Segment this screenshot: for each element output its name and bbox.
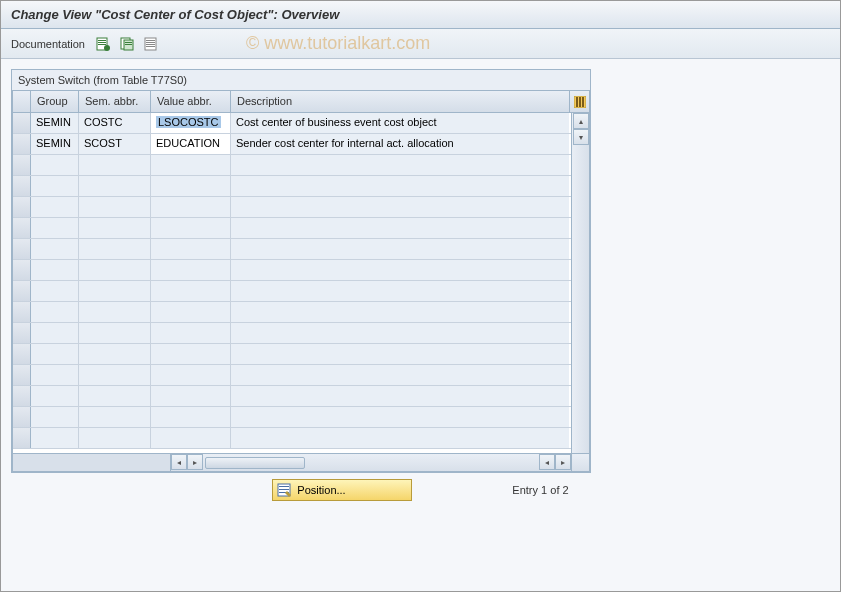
row-selector[interactable] [13,176,31,196]
cell-desc [231,155,569,175]
row-selector[interactable] [13,302,31,322]
table-row[interactable] [13,239,571,260]
table-row[interactable]: SEMINSCOSTEDUCATIONSender cost center fo… [13,134,571,155]
scroll-corner [571,454,589,471]
cell-val[interactable] [151,260,231,280]
table-row[interactable] [13,344,571,365]
table-row[interactable] [13,281,571,302]
scroll-up-button[interactable]: ▴ [573,113,589,129]
cell-val[interactable]: EDUCATION [151,134,231,154]
row-selector[interactable] [13,281,31,301]
vertical-scrollbar[interactable]: ▴ ▾ [571,113,589,453]
cell-desc [231,239,569,259]
col-header-desc[interactable]: Description [231,91,569,112]
row-selector[interactable] [13,386,31,406]
cell-sem [79,239,151,259]
row-selector[interactable] [13,428,31,448]
svg-rect-1 [98,40,106,41]
table-settings-icon[interactable] [569,91,589,112]
documentation-label[interactable]: Documentation [11,38,85,50]
cell-group [31,386,79,406]
cell-val[interactable] [151,302,231,322]
horizontal-scrollbar[interactable]: ◂ ▸ ◂ ▸ [13,453,589,471]
cell-group [31,407,79,427]
hscroll-thumb[interactable] [205,457,305,469]
table-row[interactable] [13,218,571,239]
cell-group [31,302,79,322]
scroll-right-button-2[interactable]: ▸ [555,454,571,470]
copy-icon[interactable] [119,36,135,52]
page-title: Change View "Cost Center of Cost Object"… [11,7,339,22]
table-row[interactable] [13,176,571,197]
panel-title: System Switch (from Table T77S0) [12,70,590,90]
row-selector[interactable] [13,407,31,427]
cell-val[interactable] [151,155,231,175]
table-row[interactable] [13,323,571,344]
col-header-group[interactable]: Group [31,91,79,112]
cell-val[interactable] [151,239,231,259]
cell-group [31,365,79,385]
table-row[interactable] [13,260,571,281]
hscroll-track[interactable] [203,454,539,471]
cell-val[interactable] [151,344,231,364]
cell-group [31,428,79,448]
scroll-left-button[interactable]: ◂ [171,454,187,470]
cell-sem [79,176,151,196]
table-row[interactable] [13,407,571,428]
row-selector[interactable] [13,113,31,133]
table-row[interactable] [13,302,571,323]
row-selector[interactable] [13,197,31,217]
position-button[interactable]: Position... [272,479,412,501]
position-icon [277,483,291,497]
cell-sem: COSTC [79,113,151,133]
row-selector[interactable] [13,365,31,385]
cell-sem [79,197,151,217]
cell-val[interactable] [151,281,231,301]
scroll-left-button-2[interactable]: ◂ [539,454,555,470]
new-entries-icon[interactable] [95,36,111,52]
table-row[interactable] [13,428,571,449]
cell-val[interactable] [151,218,231,238]
row-selector[interactable] [13,239,31,259]
row-selector[interactable] [13,344,31,364]
cell-sem [79,386,151,406]
table-row[interactable] [13,197,571,218]
cell-desc [231,197,569,217]
cell-sem [79,218,151,238]
rows-container: SEMINCOSTCLSOCOSTCCost center of busines… [13,113,571,453]
cell-desc [231,302,569,322]
table-row[interactable] [13,365,571,386]
cell-val[interactable] [151,407,231,427]
cell-val[interactable] [151,323,231,343]
cell-val[interactable] [151,197,231,217]
row-selector[interactable] [13,155,31,175]
cell-group [31,155,79,175]
cell-val[interactable] [151,365,231,385]
cell-val[interactable] [151,386,231,406]
scroll-right-button[interactable]: ▸ [187,454,203,470]
cell-desc: Sender cost center for internal act. all… [231,134,569,154]
col-header-val[interactable]: Value abbr. [151,91,231,112]
cell-desc [231,260,569,280]
table-row[interactable] [13,386,571,407]
row-selector-header[interactable] [13,91,31,112]
row-selector[interactable] [13,134,31,154]
cell-desc [231,176,569,196]
cell-group [31,197,79,217]
col-header-sem[interactable]: Sem. abbr. [79,91,151,112]
cell-val[interactable] [151,176,231,196]
cell-group [31,176,79,196]
svg-rect-11 [146,42,155,43]
table-row[interactable] [13,155,571,176]
cell-desc [231,428,569,448]
scroll-track[interactable] [572,145,589,453]
table-row[interactable]: SEMINCOSTCLSOCOSTCCost center of busines… [13,113,571,134]
scroll-down-button[interactable]: ▾ [573,129,589,145]
row-selector[interactable] [13,218,31,238]
cell-val[interactable]: LSOCOSTC [151,113,231,133]
select-all-icon[interactable] [143,36,159,52]
cell-desc [231,407,569,427]
cell-val[interactable] [151,428,231,448]
row-selector[interactable] [13,260,31,280]
row-selector[interactable] [13,323,31,343]
